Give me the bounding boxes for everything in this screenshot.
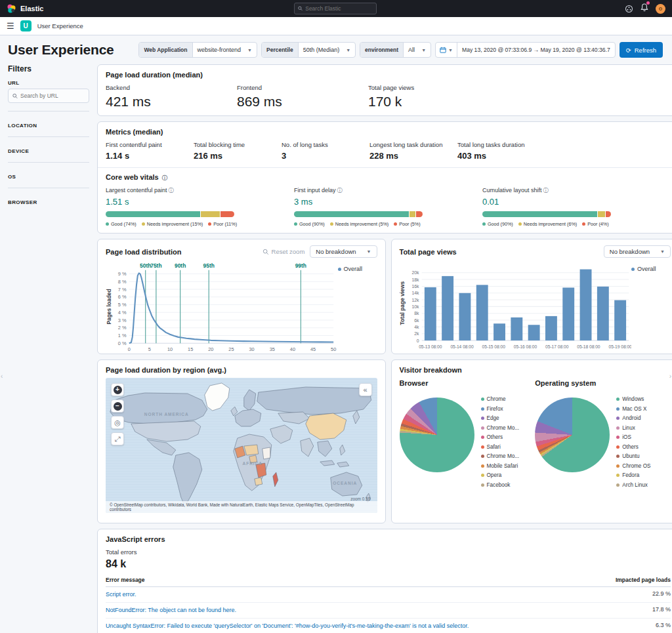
legend-item-windows[interactable]: Windows <box>616 396 650 402</box>
bar-6[interactable] <box>528 325 539 340</box>
chevron-down-icon: ▼ <box>247 48 252 52</box>
bar-5[interactable] <box>511 317 522 340</box>
map-legend-toggle-button[interactable]: « <box>359 383 372 396</box>
sidebar-sections: LOCATIONDEVICEOSBROWSER <box>8 111 89 213</box>
legend-item-mac-os-x[interactable]: Mac OS X <box>616 406 650 412</box>
svg-text:8k: 8k <box>414 311 419 316</box>
notifications-button[interactable] <box>640 3 648 14</box>
vitals-row: Largest contentful paintⓘ1.51 sGood (74%… <box>106 187 671 227</box>
user-avatar[interactable]: o <box>656 4 665 14</box>
legend-item-ubuntu[interactable]: Ubuntu <box>616 453 650 459</box>
sidebar-section-browser[interactable]: BROWSER <box>8 188 89 213</box>
global-search[interactable] <box>294 3 377 14</box>
page-title: User Experience <box>8 42 114 58</box>
map-fullscreen-button[interactable]: ⤢ <box>111 432 124 445</box>
environment-select[interactable]: All ▼ <box>404 43 430 57</box>
ux-app-badge[interactable]: U <box>20 20 32 31</box>
vital-legend-label: Poor (5%) <box>399 221 420 227</box>
legend-item-edge[interactable]: Edge <box>481 415 520 421</box>
percentile-filter: Percentile 50th (Median) ▼ <box>261 42 356 58</box>
legend-item-overall[interactable]: Overall <box>338 266 377 272</box>
cloud-deployment-icon[interactable] <box>625 5 633 13</box>
bar-3[interactable] <box>476 285 488 340</box>
legend-item-chrome-os[interactable]: Chrome OS <box>616 463 650 469</box>
legend-item-firefox[interactable]: Firefox <box>481 406 520 412</box>
svg-text:35: 35 <box>270 346 275 352</box>
error-message-link[interactable]: Script error. <box>106 590 136 599</box>
error-message-link[interactable]: NotFoundError: The object can not be fou… <box>106 606 236 615</box>
info-icon[interactable]: ⓘ <box>543 188 549 194</box>
legend-item-others[interactable]: Others <box>481 434 520 440</box>
info-icon[interactable]: ⓘ <box>162 175 167 181</box>
url-search-box[interactable] <box>8 89 89 103</box>
legend-item-chrome[interactable]: Chrome <box>481 396 520 402</box>
bar-8[interactable] <box>562 287 574 340</box>
global-search-input[interactable] <box>305 5 373 12</box>
legend-dot <box>330 222 333 226</box>
os-pie-chart[interactable] <box>535 398 610 472</box>
legend-item-others[interactable]: Others <box>616 444 650 450</box>
error-message-link[interactable]: Uncaught SyntaxError: Failed to execute … <box>106 622 469 630</box>
legend-item-chrome-mo-[interactable]: Chrome Mo... <box>481 453 520 459</box>
bar-7[interactable] <box>545 316 556 340</box>
sidebar-section-device[interactable]: DEVICE <box>8 136 89 162</box>
legend-item-arch-linux[interactable]: Arch Linux <box>616 482 650 488</box>
legend-item-android[interactable]: Android <box>616 415 650 421</box>
map-zoom-out-button[interactable]: − <box>111 399 124 413</box>
metrics-stats: First contentful paint1.14 sTotal blocki… <box>106 141 671 161</box>
legend-item-safari[interactable]: Safari <box>481 444 520 450</box>
bar-1[interactable] <box>442 276 453 340</box>
legend-item-chrome-mo-[interactable]: Chrome Mo... <box>481 425 520 431</box>
service-select[interactable]: website-frontend ▼ <box>193 43 257 57</box>
vital-cumulative-layout-shift: Cumulative layout shiftⓘ0.01Good (90%)Ne… <box>482 187 671 227</box>
map-zoom-in-button[interactable]: + <box>111 383 124 396</box>
info-icon[interactable]: ⓘ <box>337 188 343 194</box>
legend-item-linux[interactable]: Linux <box>616 425 650 431</box>
legend-item-ios[interactable]: iOS <box>616 434 650 440</box>
legend-item-mobile-safari[interactable]: Mobile Safari <box>481 463 520 469</box>
page-views-chart[interactable]: 02k4k6k8k10k12k14k16k18k20k05-13 08:0005… <box>400 260 632 364</box>
bar-4[interactable] <box>494 323 505 340</box>
vital-legend-item: Needs improvement (5%) <box>330 221 389 227</box>
browser-pie-chart[interactable] <box>400 398 474 472</box>
legend-item-fedora[interactable]: Fedora <box>616 472 650 478</box>
legend-label: Chrome <box>487 396 506 402</box>
os-subtitle: Operating system <box>535 379 671 387</box>
legend-item-facebook[interactable]: Facebook <box>481 482 520 488</box>
elastic-brand[interactable]: Elastic <box>7 4 43 14</box>
distribution-chart[interactable]: 0 %1 %2 %3 %4 %5 %6 %7 %8 %9 %0510152025… <box>106 260 338 369</box>
url-search-input[interactable] <box>20 92 85 99</box>
legend-dot <box>481 483 484 487</box>
percentile-select[interactable]: 50th (Median) ▼ <box>299 43 355 57</box>
needs-improvement-segment <box>410 211 416 217</box>
info-icon[interactable]: ⓘ <box>169 188 174 194</box>
sidebar-section-location[interactable]: LOCATION <box>8 111 89 136</box>
map-locate-button[interactable]: ◎ <box>111 416 124 429</box>
legend-item-opera[interactable]: Opera <box>481 472 520 478</box>
sidebar-section-os[interactable]: OS <box>8 162 89 188</box>
bar-9[interactable] <box>579 270 591 340</box>
calendar-menu-button[interactable]: ▼ <box>436 43 457 57</box>
refresh-button[interactable]: ⟳ Refresh <box>620 42 663 58</box>
scroll-left-chevron[interactable]: ‹ <box>1 373 3 380</box>
reset-zoom-button[interactable]: Reset zoom <box>262 248 305 255</box>
legend-label: Fedora <box>622 472 639 478</box>
date-range-text[interactable]: May 13, 2020 @ 07:33:06.9 → May 19, 2020… <box>457 47 615 53</box>
scroll-right-chevron[interactable]: › <box>669 373 671 380</box>
bar-0[interactable] <box>424 287 436 340</box>
breadcrumb[interactable]: User Experience <box>37 22 83 30</box>
page-views-breakdown-select[interactable]: No breakdown ▼ <box>604 245 671 258</box>
bar-11[interactable] <box>614 300 626 340</box>
stat-label: Backend <box>106 84 237 91</box>
bar-2[interactable] <box>459 293 471 340</box>
bar-10[interactable] <box>597 287 608 340</box>
vital-first-input-delay: First input delayⓘ3 msGood (90%)Needs im… <box>294 187 482 227</box>
svg-text:3 %: 3 % <box>118 317 127 323</box>
legend-item-overall[interactable]: Overall <box>631 266 671 272</box>
browser-breakdown: Browser ChromeFirefoxEdgeChrome Mo...Oth… <box>400 379 536 491</box>
menu-hamburger-icon[interactable]: ☰ <box>7 21 14 31</box>
column-impacted-page-loads: Impacted page loads <box>616 577 671 583</box>
brand-name: Elastic <box>20 5 43 12</box>
distribution-breakdown-select[interactable]: No breakdown ▼ <box>310 245 377 258</box>
world-map[interactable]: NORTH AMERICAAFRICAOCEANIA + − ◎ ⤢ « zoo… <box>106 378 377 513</box>
